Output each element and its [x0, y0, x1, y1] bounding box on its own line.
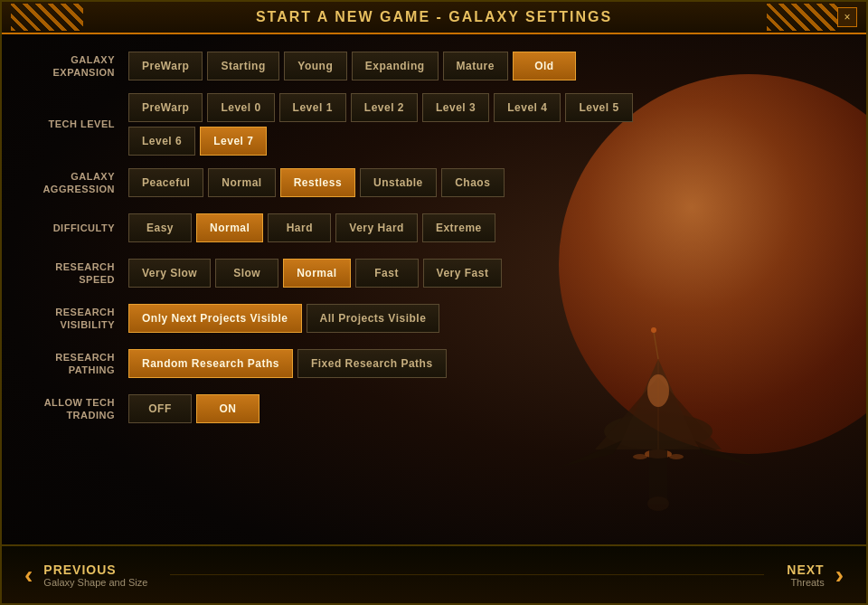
galaxy-expansion-row: GALAXYEXPANSION PreWarp Starting Young E… — [20, 48, 685, 84]
tech-level7[interactable]: Level 7 — [200, 127, 267, 156]
difficulty-extreme[interactable]: Extreme — [422, 213, 495, 242]
next-button[interactable]: NEXT Threats › — [764, 546, 866, 603]
allow-tech-trading-label: ALLOW TECHTRADING — [20, 396, 128, 422]
svg-point-11 — [647, 496, 669, 511]
galaxy-aggression-buttons: Peaceful Normal Restless Unstable Chaos — [128, 168, 505, 197]
research-visibility-buttons: Only Next Projects Visible All Projects … — [128, 304, 439, 333]
footer-divider — [170, 574, 764, 575]
research-pathing-row: RESEARCHPATHING Random Research Paths Fi… — [20, 345, 685, 382]
next-arrow-icon: › — [835, 561, 844, 590]
research-speed-label: RESEARCHSPEED — [20, 260, 128, 287]
expansion-expanding[interactable]: Expanding — [352, 52, 439, 80]
footer-nav: ‹ PREVIOUS Galaxy Shape and Size NEXT Th… — [2, 544, 866, 603]
research-visibility-row: RESEARCHVISIBILITY Only Next Projects Vi… — [20, 300, 685, 336]
next-nav-text: NEXT Threats — [787, 562, 824, 588]
research-pathing-label: RESEARCHPATHING — [20, 351, 128, 377]
pathing-random[interactable]: Random Research Paths — [128, 349, 293, 378]
speed-normal[interactable]: Normal — [283, 259, 350, 288]
allow-tech-trading-buttons: OFF ON — [128, 394, 259, 423]
aggression-chaos[interactable]: Chaos — [441, 168, 505, 197]
research-pathing-buttons: Random Research Paths Fixed Research Pat… — [128, 349, 447, 378]
expansion-old[interactable]: Old — [513, 52, 576, 80]
tech-trading-off[interactable]: OFF — [128, 394, 192, 423]
tech-level5[interactable]: Level 5 — [565, 93, 632, 122]
galaxy-aggression-row: GALAXYAGGRESSION Peaceful Normal Restles… — [20, 165, 685, 201]
expansion-young[interactable]: Young — [284, 52, 347, 80]
close-button[interactable]: × — [837, 7, 857, 27]
game-window: START A NEW GAME - GALAXY SETTINGS × GAL… — [0, 0, 868, 605]
difficulty-label: DIFFICULTY — [20, 222, 128, 234]
difficulty-buttons: Easy Normal Hard Very Hard Extreme — [128, 213, 495, 242]
svg-point-7 — [669, 454, 684, 459]
tech-trading-on[interactable]: ON — [196, 394, 259, 423]
tech-level6[interactable]: Level 6 — [128, 127, 195, 156]
window-title: START A NEW GAME - GALAXY SETTINGS — [256, 9, 612, 25]
svg-point-6 — [633, 454, 647, 459]
previous-nav-text: PREVIOUS Galaxy Shape and Size — [43, 562, 147, 588]
next-label: NEXT — [787, 562, 824, 577]
pathing-fixed[interactable]: Fixed Research Paths — [297, 349, 447, 378]
settings-content: GALAXYEXPANSION PreWarp Starting Young E… — [2, 34, 866, 449]
expansion-prewarp[interactable]: PreWarp — [128, 52, 203, 80]
tech-level-row: TECH LEVEL PreWarp Level 0 Level 1 Level… — [20, 93, 685, 156]
aggression-unstable[interactable]: Unstable — [360, 168, 437, 197]
difficulty-normal[interactable]: Normal — [196, 213, 263, 242]
speed-fast[interactable]: Fast — [355, 259, 419, 288]
tech-level0[interactable]: Level 0 — [207, 93, 274, 122]
tech-prewarp[interactable]: PreWarp — [128, 93, 203, 122]
difficulty-hard[interactable]: Hard — [268, 213, 331, 242]
visibility-all[interactable]: All Projects Visible — [307, 304, 440, 333]
tech-level2[interactable]: Level 2 — [351, 93, 418, 122]
tech-level-label: TECH LEVEL — [20, 118, 128, 130]
galaxy-expansion-buttons: PreWarp Starting Young Expanding Mature … — [128, 52, 576, 80]
visibility-next-only[interactable]: Only Next Projects Visible — [128, 304, 302, 333]
aggression-peaceful[interactable]: Peaceful — [128, 168, 203, 197]
aggression-normal[interactable]: Normal — [208, 168, 275, 197]
previous-button[interactable]: ‹ PREVIOUS Galaxy Shape and Size — [2, 546, 170, 603]
tech-level3[interactable]: Level 3 — [422, 93, 489, 122]
research-speed-row: RESEARCHSPEED Very Slow Slow Normal Fast… — [20, 255, 685, 291]
previous-arrow-icon: ‹ — [24, 561, 33, 590]
research-visibility-label: RESEARCHVISIBILITY — [20, 306, 128, 332]
previous-label: PREVIOUS — [43, 562, 147, 577]
expansion-mature[interactable]: Mature — [443, 52, 508, 80]
allow-tech-trading-row: ALLOW TECHTRADING OFF ON — [20, 391, 685, 427]
tech-level4[interactable]: Level 4 — [494, 93, 561, 122]
tech-level1[interactable]: Level 1 — [279, 93, 346, 122]
difficulty-row: DIFFICULTY Easy Normal Hard Very Hard Ex… — [20, 210, 685, 246]
title-bar: START A NEW GAME - GALAXY SETTINGS × — [2, 2, 866, 34]
speed-very-fast[interactable]: Very Fast — [423, 259, 503, 288]
speed-very-slow[interactable]: Very Slow — [128, 259, 211, 288]
speed-slow[interactable]: Slow — [215, 259, 278, 288]
previous-sublabel: Galaxy Shape and Size — [43, 577, 147, 588]
tech-level-buttons: PreWarp Level 0 Level 1 Level 2 Level 3 … — [128, 93, 685, 156]
research-speed-buttons: Very Slow Slow Normal Fast Very Fast — [128, 259, 502, 288]
difficulty-very-hard[interactable]: Very Hard — [335, 213, 418, 242]
aggression-restless[interactable]: Restless — [280, 168, 355, 197]
next-sublabel: Threats — [787, 577, 824, 588]
svg-rect-10 — [649, 449, 667, 504]
difficulty-easy[interactable]: Easy — [128, 213, 192, 242]
galaxy-expansion-label: GALAXYEXPANSION — [20, 53, 128, 80]
expansion-starting[interactable]: Starting — [207, 52, 278, 80]
galaxy-aggression-label: GALAXYAGGRESSION — [20, 170, 128, 196]
